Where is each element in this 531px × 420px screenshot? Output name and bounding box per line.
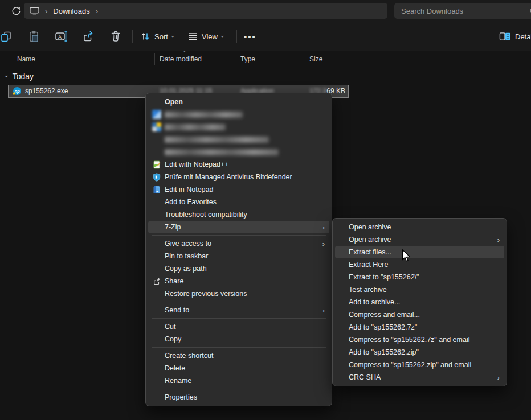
- submenu-item-add-to-zip[interactable]: Add to "sp155262.zip": [335, 346, 504, 359]
- hp-file-icon: hp: [13, 87, 22, 97]
- rename-icon: A: [55, 30, 68, 43]
- context-menu-item-delete[interactable]: Delete: [148, 362, 329, 374]
- search-box[interactable]: [394, 3, 531, 19]
- copy-button[interactable]: [0, 30, 13, 43]
- details-pane-icon: [499, 31, 511, 42]
- navigation-bar: › Downloads ›: [0, 0, 531, 22]
- bitdefender-shield-icon: [152, 172, 161, 182]
- paste-button[interactable]: [27, 30, 40, 43]
- submenu-arrow-icon: ›: [497, 236, 500, 244]
- blurred-app-icon: [152, 122, 161, 131]
- context-menu-item-add-to-favorites[interactable]: Add to Favorites: [148, 196, 329, 208]
- context-menu-item-send-to[interactable]: Send to ›: [148, 304, 329, 316]
- redacted-label: [165, 137, 269, 143]
- breadcrumb-item-downloads[interactable]: Downloads: [53, 7, 89, 15]
- submenu-arrow-icon: ›: [322, 240, 325, 248]
- trash-icon: [109, 30, 122, 43]
- submenu-item-compress-to-7z-and-email[interactable]: Compress to "sp155262.7z" and email: [335, 333, 504, 346]
- refresh-button[interactable]: [9, 4, 23, 18]
- refresh-icon: [11, 6, 21, 16]
- view-button[interactable]: View ›: [188, 30, 224, 43]
- menu-separator: [152, 302, 326, 302]
- share-icon: [82, 30, 95, 43]
- rename-button[interactable]: A: [55, 30, 68, 43]
- details-pane-button[interactable]: Details: [499, 30, 531, 43]
- submenu-item-test-archive[interactable]: Test archive: [335, 283, 504, 296]
- delete-button[interactable]: [109, 30, 122, 43]
- submenu-item-crc-sha[interactable]: CRC SHA ›: [335, 371, 504, 384]
- menu-separator: [152, 318, 326, 319]
- context-menu-item-share[interactable]: Share: [148, 275, 329, 287]
- context-menu-item-bitdefender-scan[interactable]: Prüfe mit Managed Antivirus Bitdefender: [148, 171, 329, 183]
- context-menu-item-edit-with-notepadpp[interactable]: Edit with Notepad++: [148, 158, 329, 171]
- context-menu-item-give-access-to[interactable]: Give access to ›: [148, 237, 329, 250]
- column-header-date-modified[interactable]: Date modified: [160, 55, 202, 63]
- notepad-icon: [152, 185, 161, 194]
- view-icon: [188, 32, 198, 41]
- copy-icon: [0, 30, 13, 43]
- svg-text:A: A: [58, 34, 62, 40]
- submenu-item-compress-and-email[interactable]: Compress and email...: [335, 308, 504, 321]
- column-separator[interactable]: [350, 53, 350, 65]
- submenu-item-extract-files[interactable]: Extract files...: [335, 246, 504, 258]
- group-collapse-icon[interactable]: ›: [3, 75, 10, 77]
- context-menu-item-redacted-4[interactable]: [148, 146, 329, 158]
- details-label: Details: [515, 32, 531, 41]
- redacted-label: [165, 149, 279, 155]
- sort-descending-icon: ›: [182, 51, 187, 52]
- toolbar-separator: [132, 30, 133, 43]
- blurred-app-icon: [152, 110, 161, 119]
- context-menu-item-copy-as-path[interactable]: Copy as path: [148, 262, 329, 275]
- context-menu-item-create-shortcut[interactable]: Create shortcut: [148, 349, 329, 362]
- 7zip-submenu: Open archive Open archive › Extract file…: [332, 218, 507, 386]
- context-menu-item-cut[interactable]: Cut: [148, 320, 329, 333]
- context-menu-item-redacted-2[interactable]: [148, 121, 329, 133]
- submenu-item-add-to-archive[interactable]: Add to archive...: [335, 296, 504, 308]
- this-pc-icon: [30, 7, 39, 15]
- context-menu-item-copy[interactable]: Copy: [148, 333, 329, 345]
- command-toolbar: A Sort ›: [0, 22, 531, 51]
- column-header-name[interactable]: Name: [17, 55, 35, 63]
- context-menu-item-redacted-3[interactable]: [148, 133, 329, 146]
- context-menu-item-restore-previous-versions[interactable]: Restore previous versions: [148, 287, 329, 300]
- context-menu-item-troubleshoot-compatibility[interactable]: Troubleshoot compatibility: [148, 208, 329, 221]
- submenu-item-compress-to-zip-and-email[interactable]: Compress to "sp155262.zip" and email: [335, 359, 504, 371]
- column-separator[interactable]: [304, 53, 304, 65]
- redacted-label: [165, 124, 226, 130]
- group-header-today[interactable]: › Today: [6, 72, 34, 81]
- more-options-icon: •••: [244, 32, 256, 42]
- paste-icon: [27, 30, 40, 43]
- submenu-arrow-icon: ›: [322, 306, 325, 315]
- context-menu-item-edit-in-notepad[interactable]: Edit in Notepad: [148, 183, 329, 196]
- column-header-type[interactable]: Type: [240, 55, 255, 63]
- search-input[interactable]: [400, 6, 529, 16]
- menu-separator: [152, 347, 326, 348]
- redacted-label: [165, 112, 243, 118]
- submenu-arrow-icon: ›: [497, 373, 500, 382]
- submenu-item-open-archive[interactable]: Open archive: [335, 221, 504, 233]
- context-menu-item-rename[interactable]: Rename: [148, 374, 329, 387]
- mouse-cursor: [399, 249, 412, 265]
- more-options-button[interactable]: •••: [244, 30, 256, 43]
- share-button[interactable]: [82, 30, 95, 43]
- toolbar-separator: [236, 30, 237, 43]
- context-menu-item-properties[interactable]: Properties: [148, 391, 329, 403]
- column-separator[interactable]: [235, 53, 235, 65]
- column-header-size[interactable]: Size: [309, 55, 322, 63]
- group-label: Today: [13, 72, 34, 81]
- address-bar[interactable]: › Downloads ›: [24, 3, 387, 19]
- context-menu-item-7zip[interactable]: 7-Zip ›: [148, 221, 329, 233]
- menu-separator: [152, 389, 326, 389]
- submenu-item-extract-here[interactable]: Extract Here: [335, 258, 504, 271]
- context-menu-item-open[interactable]: Open: [148, 96, 329, 108]
- sort-button[interactable]: Sort ›: [140, 30, 174, 43]
- chevron-down-icon: ›: [219, 35, 226, 38]
- column-separator[interactable]: [154, 53, 155, 65]
- submenu-item-add-to-7z[interactable]: Add to "sp155262.7z": [335, 321, 504, 333]
- submenu-item-extract-to-folder[interactable]: Extract to "sp155262\": [335, 271, 504, 283]
- breadcrumb-chevron-icon: ›: [45, 7, 47, 15]
- submenu-item-open-archive-with[interactable]: Open archive ›: [335, 233, 504, 246]
- breadcrumb-chevron-icon: ›: [96, 7, 98, 15]
- context-menu-item-redacted-1[interactable]: [148, 108, 329, 121]
- context-menu-item-pin-to-taskbar[interactable]: Pin to taskbar: [148, 250, 329, 262]
